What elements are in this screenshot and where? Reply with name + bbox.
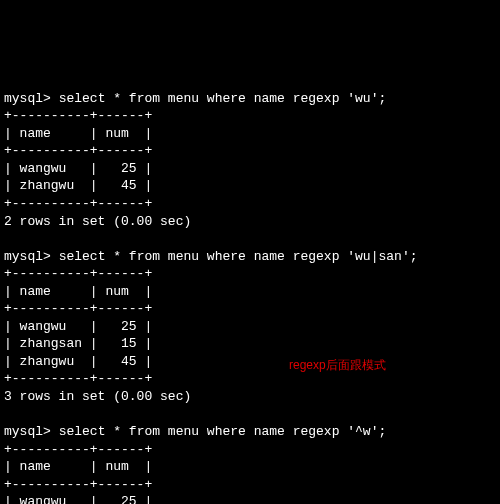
query-line-3: mysql> select * from menu where name reg…: [4, 424, 386, 439]
table-border: +----------+------+: [4, 143, 152, 158]
result-summary: 2 rows in set (0.00 sec): [4, 214, 191, 229]
table-header: | name | num |: [4, 126, 152, 141]
result-summary: 3 rows in set (0.00 sec): [4, 389, 191, 404]
table-border: +----------+------+: [4, 266, 152, 281]
table-row: | wangwu | 25 |: [4, 494, 152, 504]
table-border: +----------+------+: [4, 108, 152, 123]
table-header: | name | num |: [4, 284, 152, 299]
annotation-text: regexp后面跟模式: [289, 357, 386, 373]
sql-query: select * from menu where name regexp 'wu…: [59, 249, 418, 264]
table-border: +----------+------+: [4, 477, 152, 492]
table-border: +----------+------+: [4, 196, 152, 211]
mysql-prompt: mysql>: [4, 424, 51, 439]
table-border: +----------+------+: [4, 442, 152, 457]
query-line-2: mysql> select * from menu where name reg…: [4, 249, 417, 264]
sql-query: select * from menu where name regexp 'wu…: [59, 91, 387, 106]
table-row: | wangwu | 25 |: [4, 319, 152, 334]
query-line-1: mysql> select * from menu where name reg…: [4, 91, 386, 106]
table-row: | zhangwu | 45 |: [4, 178, 152, 193]
terminal-output: mysql> select * from menu where name reg…: [4, 72, 496, 504]
table-row: | zhangwu | 45 |: [4, 354, 152, 369]
sql-query: select * from menu where name regexp '^w…: [59, 424, 387, 439]
table-row: | wangwu | 25 |: [4, 161, 152, 176]
table-border: +----------+------+: [4, 301, 152, 316]
table-border: +----------+------+: [4, 371, 152, 386]
mysql-prompt: mysql>: [4, 91, 51, 106]
table-header: | name | num |: [4, 459, 152, 474]
table-row: | zhangsan | 15 |: [4, 336, 152, 351]
mysql-prompt: mysql>: [4, 249, 51, 264]
